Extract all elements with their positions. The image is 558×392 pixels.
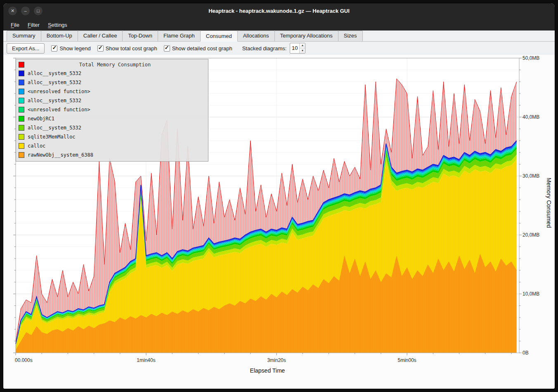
legend-swatch [19,125,24,131]
legend-label: alloc__system_5332 [28,125,81,131]
checkbox-label: Show detailed cost graph [172,45,232,52]
legend-item-rawnewobj-system-6388: rawNewObj__system_6388 [16,150,208,160]
checkbox-show-detailed-cost-graph[interactable]: ✓Show detailed cost graph [164,45,232,52]
legend-label: newObjRC1 [28,116,54,122]
spin-down-icon[interactable]: ▼ [300,49,305,54]
y-tick-label: 40,0MB [523,114,539,120]
y-tick-label: 20,0MB [523,232,539,238]
x-tick-label: 00.000s [15,357,33,364]
app-window: ✕ – □ Heaptrack - heaptrack.wakunode.1.g… [3,3,555,389]
y-tick-label: 10,0MB [523,291,539,297]
toolbar: Export As... ✓Show legend✓Show total cos… [3,42,555,55]
legend-swatch [19,134,24,140]
menubar: FileFilterSettings [3,19,555,31]
x-tick-label: 5min00s [384,357,430,364]
tab-consumed[interactable]: Consumed [200,31,238,42]
legend-label: alloc__system_5332 [28,80,81,85]
chart-legend: Total Memory Consumption alloc__system_5… [16,59,208,162]
legend-label: alloc__system_5332 [28,70,81,76]
tab-caller-callee[interactable]: Caller / Callee [78,31,123,41]
legend-label: sqlite3MemMalloc [28,134,76,140]
legend-swatch [19,107,24,113]
legend-swatch [19,152,24,158]
menu-item-file[interactable]: File [7,21,24,29]
tab-flame-graph[interactable]: Flame Graph [158,31,201,41]
legend-item-unresolved-function: <unresolved function> [16,87,208,96]
tab-sizes[interactable]: Sizes [338,31,363,41]
legend-swatch [19,98,24,103]
checkbox-box-icon: ✓ [97,45,104,52]
legend-item-newobjrc1: newObjRC1 [16,114,208,123]
checkbox-show-total-cost-graph[interactable]: ✓Show total cost graph [97,45,157,52]
legend-item-alloc-system-5332: alloc__system_5332 [16,69,208,78]
x-tick-label: 3min20s [254,357,299,364]
legend-item-alloc-system-5332: alloc__system_5332 [16,123,208,132]
stacked-diagrams-spinbox[interactable]: 10 ▲ ▼ [290,43,305,54]
checkbox-group: ✓Show legend✓Show total cost graph✓Show … [51,45,232,52]
legend-swatch [19,143,24,149]
titlebar: ✕ – □ Heaptrack - heaptrack.wakunode.1.g… [3,3,555,19]
check-icon: ✓ [165,45,169,51]
legend-label: rawNewObj__system_6388 [28,152,93,158]
spin-up-icon[interactable]: ▲ [300,43,305,49]
x-tick-label: 1min40s [123,357,169,364]
y-tick-label: 50,0MB [523,55,539,61]
x-axis-label: Elapsed Time [16,367,519,374]
legend-swatch [19,89,24,94]
legend-swatch [19,116,24,122]
y-tick-label: 30,0MB [523,173,539,179]
stacked-diagrams-value: 10 [290,43,299,53]
spin-buttons: ▲ ▼ [299,43,305,53]
tab-allocations[interactable]: Allocations [237,31,275,41]
y-axis-label: Memory Consumed [546,178,552,228]
checkbox-show-legend[interactable]: ✓Show legend [51,45,90,52]
legend-label: <unresolved function> [28,89,90,94]
tab-bottom-up[interactable]: Bottom-Up [41,31,78,41]
legend-title-swatch [19,62,24,68]
legend-title: Total Memory Consumption [24,62,206,68]
checkbox-box-icon: ✓ [51,45,57,52]
menu-item-settings[interactable]: Settings [44,21,71,29]
legend-label: alloc__system_5332 [28,98,81,103]
tab-top-down[interactable]: Top-Down [122,31,158,41]
legend-title-row: Total Memory Consumption [16,61,208,69]
legend-item-calloc: calloc [16,141,208,150]
legend-item-unresolved-function: <unresolved function> [16,105,208,114]
tab-temporary-allocations[interactable]: Temporary Allocations [274,31,338,41]
tab-summary[interactable]: Summary [7,31,41,41]
checkbox-label: Show total cost graph [106,45,157,52]
y-tick-label: 0B [523,350,529,356]
check-icon: ✓ [52,45,57,51]
checkbox-label: Show legend [59,45,90,52]
legend-item-alloc-system-5332: alloc__system_5332 [16,96,208,105]
check-icon: ✓ [98,45,103,51]
legend-label: calloc [28,143,45,149]
legend-label: <unresolved function> [28,107,90,113]
stacked-diagrams-label: Stacked diagrams: [242,45,287,52]
legend-item-alloc-system-5332: alloc__system_5332 [16,78,208,87]
legend-swatch [19,70,24,76]
tab-bar: SummaryBottom-UpCaller / CalleeTop-DownF… [3,31,555,42]
menu-item-filter[interactable]: Filter [24,21,44,29]
legend-item-sqlite3memmalloc: sqlite3MemMalloc [16,132,208,141]
checkbox-box-icon: ✓ [164,45,170,52]
window-title: Heaptrack - heaptrack.wakunode.1.gz — He… [3,3,555,19]
export-as-button[interactable]: Export As... [7,43,45,54]
legend-items: alloc__system_5332alloc__system_5332<unr… [16,69,208,160]
legend-swatch [19,80,24,85]
chart-area[interactable]: Total Memory Consumption alloc__system_5… [3,55,555,389]
